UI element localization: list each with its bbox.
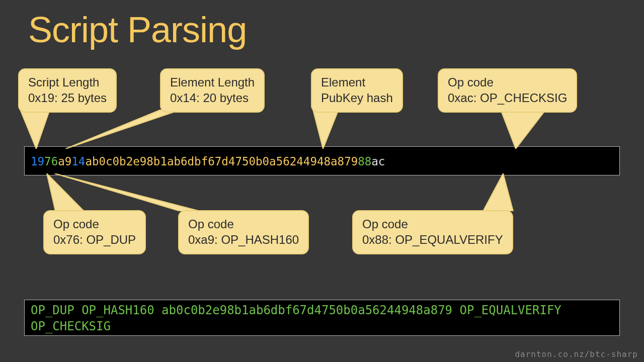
svg-marker-6 [483,173,513,211]
callout-line2: 0xac: OP_CHECKSIG [448,90,567,106]
svg-marker-3 [501,110,546,149]
page-title: Script Parsing [28,9,247,50]
callout-line1: Op code [188,216,299,232]
callout-pointer [18,110,63,149]
callout-element-length: Element Length 0x14: 20 bytes [160,68,265,113]
callout-pointer [440,110,561,149]
callout-line1: Op code [448,74,567,90]
callout-line1: Op code [53,216,136,232]
callout-pointer [65,110,181,149]
callout-op-checksig: Op code 0xac: OP_CHECKSIG [438,68,577,113]
svg-marker-1 [65,110,181,149]
svg-marker-2 [313,110,339,149]
callout-line2: 0x19: 25 bytes [28,90,107,106]
callout-line2: 0x14: 20 bytes [170,90,255,106]
callout-line2: 0xa9: OP_HASH160 [188,232,299,247]
callout-pointer [311,110,346,149]
callout-op-dup: Op code 0x76: OP_DUP [43,210,146,254]
hex-seg-pubkey-hash: ab0c0b2e98b1ab6dbf67d4750b0a56244948a879 [85,155,358,168]
callout-pointer [54,173,200,211]
callout-op-hash160: Op code 0xa9: OP_HASH160 [178,210,309,254]
hex-bytes-display: 1976a914ab0c0b2e98b1ab6dbf67d4750b0a5624… [24,146,620,175]
hex-seg-op-hash160: a9 [58,155,71,168]
hex-seg-script-length: 19 [31,155,44,168]
callout-line1: Element [321,74,393,90]
hex-seg-op-checksig: ac [371,155,385,168]
parsed-script-display: OP_DUP OP_HASH160 ab0c0b2e98b1ab6dbf67d4… [24,300,620,336]
footer-url: darnton.co.nz/btc-sharp [515,349,638,359]
svg-marker-5 [54,173,200,211]
callout-op-equalverify: Op code 0x88: OP_EQUALVERIFY [352,210,513,254]
callout-line2: 0x88: OP_EQUALVERIFY [362,232,503,247]
callout-line2: 0x76: OP_DUP [53,232,136,247]
hex-seg-op-equalverify: 88 [358,155,371,168]
callout-line1: Script Length [28,74,107,90]
callout-pointer [483,173,518,211]
callout-script-length: Script Length 0x19: 25 bytes [18,68,117,113]
hex-seg-op-dup: 76 [44,155,58,168]
callout-line1: Element Length [170,74,255,90]
svg-marker-0 [20,110,50,149]
callout-line1: Op code [362,216,503,232]
hex-seg-element-length: 14 [71,155,85,168]
callout-element: Element PubKey hash [311,68,403,113]
callout-line2: PubKey hash [321,90,393,106]
